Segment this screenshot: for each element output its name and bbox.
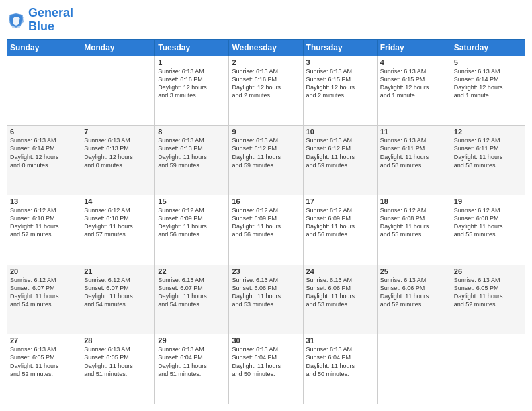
- day-info: Sunrise: 6:13 AM Sunset: 6:16 PM Dayligh…: [158, 67, 226, 100]
- calendar-week-row: 13Sunrise: 6:12 AM Sunset: 6:10 PM Dayli…: [7, 195, 525, 265]
- day-number: 24: [306, 267, 374, 275]
- calendar-cell: [451, 334, 525, 404]
- day-number: 29: [158, 336, 226, 345]
- day-number: 30: [232, 336, 300, 345]
- calendar-cell: 2Sunrise: 6:13 AM Sunset: 6:16 PM Daylig…: [229, 56, 303, 126]
- day-number: 12: [454, 128, 522, 136]
- calendar-cell: 28Sunrise: 6:13 AM Sunset: 6:05 PM Dayli…: [81, 334, 155, 404]
- day-info: Sunrise: 6:12 AM Sunset: 6:07 PM Dayligh…: [10, 276, 78, 309]
- day-info: Sunrise: 6:13 AM Sunset: 6:04 PM Dayligh…: [158, 345, 226, 378]
- calendar-day-header: Sunday: [7, 39, 81, 56]
- day-info: Sunrise: 6:13 AM Sunset: 6:04 PM Dayligh…: [232, 345, 300, 378]
- calendar-day-header: Thursday: [303, 39, 377, 56]
- calendar-cell: 21Sunrise: 6:12 AM Sunset: 6:07 PM Dayli…: [81, 265, 155, 334]
- calendar-week-row: 1Sunrise: 6:13 AM Sunset: 6:16 PM Daylig…: [7, 56, 525, 126]
- logo: General Blue: [7, 7, 73, 34]
- day-number: 15: [158, 197, 226, 205]
- day-info: Sunrise: 6:13 AM Sunset: 6:15 PM Dayligh…: [306, 67, 374, 100]
- day-number: 19: [454, 197, 522, 205]
- day-info: Sunrise: 6:12 AM Sunset: 6:08 PM Dayligh…: [454, 206, 522, 239]
- calendar-cell: 9Sunrise: 6:13 AM Sunset: 6:12 PM Daylig…: [229, 126, 303, 195]
- day-info: Sunrise: 6:13 AM Sunset: 6:14 PM Dayligh…: [454, 67, 522, 100]
- calendar-week-row: 27Sunrise: 6:13 AM Sunset: 6:05 PM Dayli…: [7, 334, 525, 404]
- calendar-day-header: Tuesday: [155, 39, 229, 56]
- logo-text: General Blue: [28, 7, 73, 34]
- calendar-cell: 15Sunrise: 6:12 AM Sunset: 6:09 PM Dayli…: [155, 195, 229, 265]
- day-number: 11: [380, 128, 448, 136]
- day-number: 7: [84, 128, 152, 136]
- calendar-cell: 16Sunrise: 6:12 AM Sunset: 6:09 PM Dayli…: [229, 195, 303, 265]
- calendar-cell: 11Sunrise: 6:13 AM Sunset: 6:11 PM Dayli…: [377, 126, 451, 195]
- day-number: 21: [84, 267, 152, 275]
- day-info: Sunrise: 6:13 AM Sunset: 6:04 PM Dayligh…: [306, 345, 374, 378]
- day-info: Sunrise: 6:13 AM Sunset: 6:05 PM Dayligh…: [454, 276, 522, 309]
- day-info: Sunrise: 6:13 AM Sunset: 6:11 PM Dayligh…: [380, 136, 448, 169]
- day-number: 18: [380, 197, 448, 205]
- calendar-table: SundayMondayTuesdayWednesdayThursdayFrid…: [7, 39, 525, 404]
- calendar-cell: 14Sunrise: 6:12 AM Sunset: 6:10 PM Dayli…: [81, 195, 155, 265]
- logo-icon: [7, 11, 26, 30]
- day-info: Sunrise: 6:13 AM Sunset: 6:06 PM Dayligh…: [306, 276, 374, 309]
- day-number: 23: [232, 267, 300, 275]
- day-number: 13: [10, 197, 78, 205]
- day-info: Sunrise: 6:12 AM Sunset: 6:09 PM Dayligh…: [158, 206, 226, 239]
- day-number: 2: [232, 58, 300, 66]
- calendar-cell: 7Sunrise: 6:13 AM Sunset: 6:13 PM Daylig…: [81, 126, 155, 195]
- calendar-cell: 24Sunrise: 6:13 AM Sunset: 6:06 PM Dayli…: [303, 265, 377, 334]
- day-number: 27: [10, 336, 78, 345]
- day-number: 4: [380, 58, 448, 66]
- calendar-cell: 6Sunrise: 6:13 AM Sunset: 6:14 PM Daylig…: [7, 126, 81, 195]
- day-number: 28: [84, 336, 152, 345]
- header: General Blue: [7, 7, 525, 34]
- calendar-cell: 8Sunrise: 6:13 AM Sunset: 6:13 PM Daylig…: [155, 126, 229, 195]
- day-number: 5: [454, 58, 522, 66]
- day-info: Sunrise: 6:13 AM Sunset: 6:07 PM Dayligh…: [158, 276, 226, 309]
- day-number: 31: [306, 336, 374, 345]
- day-info: Sunrise: 6:13 AM Sunset: 6:05 PM Dayligh…: [84, 345, 152, 378]
- calendar-header-row: SundayMondayTuesdayWednesdayThursdayFrid…: [7, 39, 525, 56]
- calendar-day-header: Friday: [377, 39, 451, 56]
- calendar-cell: 13Sunrise: 6:12 AM Sunset: 6:10 PM Dayli…: [7, 195, 81, 265]
- calendar-cell: 22Sunrise: 6:13 AM Sunset: 6:07 PM Dayli…: [155, 265, 229, 334]
- day-number: 14: [84, 197, 152, 205]
- calendar-cell: 20Sunrise: 6:12 AM Sunset: 6:07 PM Dayli…: [7, 265, 81, 334]
- calendar-cell: [81, 56, 155, 126]
- day-info: Sunrise: 6:13 AM Sunset: 6:06 PM Dayligh…: [232, 276, 300, 309]
- calendar-cell: 27Sunrise: 6:13 AM Sunset: 6:05 PM Dayli…: [7, 334, 81, 404]
- day-info: Sunrise: 6:13 AM Sunset: 6:15 PM Dayligh…: [380, 67, 448, 100]
- day-info: Sunrise: 6:12 AM Sunset: 6:10 PM Dayligh…: [84, 206, 152, 239]
- calendar-cell: 17Sunrise: 6:12 AM Sunset: 6:09 PM Dayli…: [303, 195, 377, 265]
- day-number: 16: [232, 197, 300, 205]
- calendar-cell: 3Sunrise: 6:13 AM Sunset: 6:15 PM Daylig…: [303, 56, 377, 126]
- day-info: Sunrise: 6:12 AM Sunset: 6:11 PM Dayligh…: [454, 136, 522, 169]
- day-number: 26: [454, 267, 522, 275]
- calendar-cell: 5Sunrise: 6:13 AM Sunset: 6:14 PM Daylig…: [451, 56, 525, 126]
- day-number: 1: [158, 58, 226, 66]
- day-info: Sunrise: 6:13 AM Sunset: 6:12 PM Dayligh…: [232, 136, 300, 169]
- day-info: Sunrise: 6:12 AM Sunset: 6:09 PM Dayligh…: [306, 206, 374, 239]
- calendar-cell: 10Sunrise: 6:13 AM Sunset: 6:12 PM Dayli…: [303, 126, 377, 195]
- day-number: 10: [306, 128, 374, 136]
- day-number: 8: [158, 128, 226, 136]
- day-info: Sunrise: 6:13 AM Sunset: 6:12 PM Dayligh…: [306, 136, 374, 169]
- calendar-cell: 18Sunrise: 6:12 AM Sunset: 6:08 PM Dayli…: [377, 195, 451, 265]
- day-info: Sunrise: 6:13 AM Sunset: 6:14 PM Dayligh…: [10, 136, 78, 169]
- day-info: Sunrise: 6:13 AM Sunset: 6:13 PM Dayligh…: [84, 136, 152, 169]
- day-info: Sunrise: 6:13 AM Sunset: 6:05 PM Dayligh…: [10, 345, 78, 378]
- calendar-cell: 29Sunrise: 6:13 AM Sunset: 6:04 PM Dayli…: [155, 334, 229, 404]
- calendar-cell: 30Sunrise: 6:13 AM Sunset: 6:04 PM Dayli…: [229, 334, 303, 404]
- calendar-cell: 19Sunrise: 6:12 AM Sunset: 6:08 PM Dayli…: [451, 195, 525, 265]
- calendar-cell: [377, 334, 451, 404]
- day-info: Sunrise: 6:12 AM Sunset: 6:08 PM Dayligh…: [380, 206, 448, 239]
- day-info: Sunrise: 6:12 AM Sunset: 6:09 PM Dayligh…: [232, 206, 300, 239]
- calendar-week-row: 6Sunrise: 6:13 AM Sunset: 6:14 PM Daylig…: [7, 126, 525, 195]
- day-number: 22: [158, 267, 226, 275]
- day-number: 20: [10, 267, 78, 275]
- day-number: 6: [10, 128, 78, 136]
- day-info: Sunrise: 6:12 AM Sunset: 6:07 PM Dayligh…: [84, 276, 152, 309]
- calendar-cell: 26Sunrise: 6:13 AM Sunset: 6:05 PM Dayli…: [451, 265, 525, 334]
- day-info: Sunrise: 6:13 AM Sunset: 6:06 PM Dayligh…: [380, 276, 448, 309]
- calendar-week-row: 20Sunrise: 6:12 AM Sunset: 6:07 PM Dayli…: [7, 265, 525, 334]
- calendar-cell: 4Sunrise: 6:13 AM Sunset: 6:15 PM Daylig…: [377, 56, 451, 126]
- calendar-cell: 23Sunrise: 6:13 AM Sunset: 6:06 PM Dayli…: [229, 265, 303, 334]
